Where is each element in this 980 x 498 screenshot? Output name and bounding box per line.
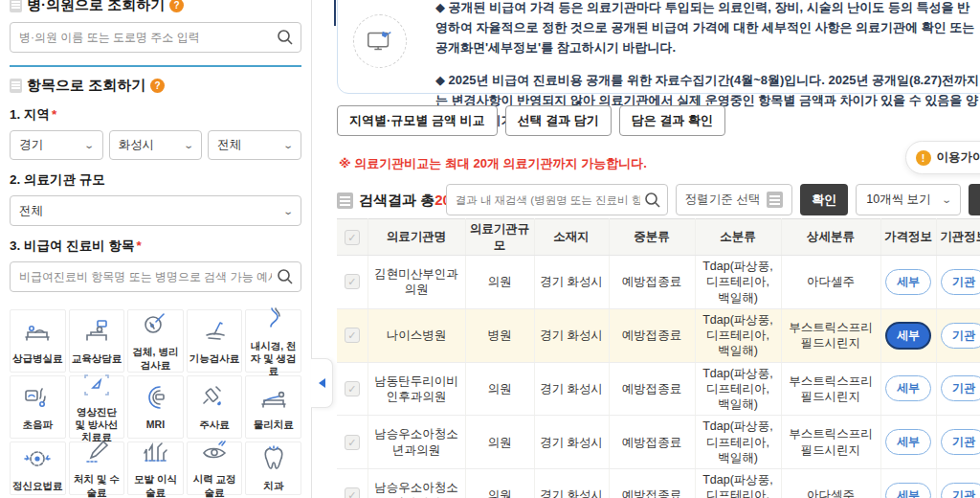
- category-item[interactable]: 영상진단 및 방사선치료료: [69, 375, 125, 439]
- table-row: ✓ 나이스병원 병원 경기 화성시 예방접종료 Tdap(파상풍, 디프테리아,…: [337, 308, 980, 362]
- region-select-district[interactable]: 전체⌄: [208, 130, 301, 160]
- col-mid-category: 중분류: [609, 219, 695, 256]
- price-detail-button[interactable]: 세부: [885, 429, 931, 455]
- select-all-checkbox[interactable]: ✓: [345, 230, 360, 245]
- org-info-button[interactable]: 기관: [941, 269, 980, 295]
- cell-location: 경기 화성시: [534, 416, 609, 469]
- sidebar-collapse-handle[interactable]: [311, 358, 333, 408]
- category-item[interactable]: 내시경, 천자 및 생검료: [245, 309, 301, 373]
- cell-institution-scale: 의원: [465, 362, 534, 416]
- category-item[interactable]: 기능검사료: [187, 309, 243, 373]
- main-content: ◆ 공개된 비급여 가격 등은 의료기관마다 투입되는 의료인력, 장비, 시술…: [337, 0, 980, 498]
- row-checkbox[interactable]: ✓: [345, 487, 360, 498]
- category-item[interactable]: 처치 및 수술료: [69, 441, 125, 495]
- category-item[interactable]: 시력 교정술료: [187, 441, 243, 495]
- category-grid: 상급병실료교육상담료검체, 병리 검사료기능검사료내시경, 천자 및 생검료초음…: [10, 309, 301, 498]
- category-label: 시력 교정술료: [189, 473, 241, 498]
- category-item[interactable]: 모발 이식술료: [127, 441, 184, 495]
- col-sub-category: 소분류: [695, 219, 781, 256]
- cell-detail-category: 부스트릭스프리필드시린지: [781, 362, 880, 416]
- collapse-arrow-icon: [319, 378, 325, 388]
- exclamation-icon: !: [916, 150, 931, 166]
- dental-icon: [259, 444, 288, 477]
- search-icon[interactable]: [277, 268, 294, 285]
- scale-label: 2. 의료기관 규모: [10, 171, 301, 189]
- row-checkbox[interactable]: ✓: [345, 328, 360, 343]
- org-info-button[interactable]: 기관: [941, 323, 980, 349]
- category-label: 교육상담료: [72, 352, 122, 365]
- category-item[interactable]: 검체, 병리 검사료: [127, 309, 184, 373]
- cell-mid-category: 예방접종료: [609, 308, 695, 362]
- category-item[interactable]: 물리치료: [245, 375, 301, 439]
- research-input[interactable]: [446, 184, 668, 215]
- education-counseling-icon: [82, 317, 111, 350]
- category-label: 주사료: [199, 419, 230, 431]
- ultrasound-icon: [23, 383, 52, 416]
- cell-institution-scale: 의원: [465, 416, 534, 469]
- hospital-search-input[interactable]: [10, 22, 301, 53]
- price-detail-button[interactable]: 세부: [885, 375, 931, 401]
- cell-institution-name: 김현미산부인과의원: [368, 256, 465, 309]
- page-size-select[interactable]: 10개씩 보기 ⌄: [856, 184, 961, 215]
- list-icon: [337, 192, 353, 209]
- region-select-city[interactable]: 화성시⌄: [109, 130, 203, 160]
- monitor-announce-icon: [353, 14, 407, 68]
- category-label: 검체, 병리 검사료: [129, 346, 182, 371]
- item-label: 3. 비급여 진료비 항목*: [10, 238, 301, 255]
- region-label: 1. 지역*: [10, 106, 301, 124]
- hospital-search-title: 병·의원으로 조회하기 ?: [10, 0, 301, 14]
- scale-select[interactable]: 전체⌄: [10, 195, 301, 226]
- col-institution-name: 의료기관명: [368, 219, 465, 256]
- bed-icon: [23, 317, 52, 350]
- cell-detail-category: 아다셀주: [781, 469, 880, 498]
- noncovered-fee-portal: 병·의원으로 조회하기 ? 항목으로 조회하기 ? 1. 지역* 경기⌄ 화성시…: [0, 0, 980, 498]
- price-detail-button[interactable]: 세부: [885, 322, 931, 350]
- comparison-limit-warning: ※ 의료기관비교는 최대 20개 의료기관까지 가능합니다.: [339, 155, 647, 172]
- help-icon[interactable]: ?: [150, 79, 165, 93]
- category-item[interactable]: 치과: [245, 441, 301, 495]
- search-icon[interactable]: [644, 192, 661, 209]
- cell-sub-category: Tdap(파상풍, 디프테리아, 백일해): [695, 308, 781, 362]
- surgery-icon: [82, 438, 111, 470]
- cell-institution-scale: 병원: [465, 308, 534, 362]
- sort-confirm-button[interactable]: 확인: [800, 184, 848, 215]
- category-item[interactable]: 정신요법료: [10, 441, 66, 495]
- cell-institution-name: 남동탄두리이비인후과의원: [368, 362, 465, 416]
- notice-box: ◆ 공개된 비급여 가격 등은 의료기관마다 투입되는 의료인력, 장비, 시술…: [337, 0, 980, 94]
- org-info-button[interactable]: 기관: [941, 483, 980, 498]
- org-info-button[interactable]: 기관: [941, 375, 980, 401]
- item-search-title-text: 항목으로 조회하기: [27, 77, 145, 95]
- category-item[interactable]: MRI: [127, 375, 184, 439]
- compare-by-region-button[interactable]: 지역별·규모별 금액 비교: [337, 105, 498, 136]
- row-checkbox[interactable]: ✓: [345, 435, 360, 450]
- sort-criteria-select[interactable]: 정렬기준 선택: [676, 184, 792, 215]
- category-item[interactable]: 초음파: [10, 375, 66, 439]
- row-checkbox[interactable]: ✓: [345, 274, 360, 289]
- view-saved-button[interactable]: 담은 결과 확인: [619, 105, 725, 136]
- specimen-pathology-icon: [141, 310, 169, 343]
- cell-location: 경기 화성시: [534, 362, 609, 416]
- cell-detail-category: 아다셀주: [781, 256, 880, 309]
- price-detail-button[interactable]: 세부: [885, 483, 931, 498]
- page-size-confirm-button[interactable]: 확인: [969, 184, 980, 215]
- radiology-icon: [82, 371, 111, 403]
- cell-sub-category: Tdap(파상풍, 디프테리아, 백일해): [695, 362, 781, 416]
- table-row: ✓ 남승우소아청소년과의원 의원 경기 화성시 예방접종료 Tdap(파상풍, …: [337, 416, 980, 469]
- item-search-input[interactable]: [10, 261, 301, 292]
- org-info-button[interactable]: 기관: [941, 429, 980, 455]
- add-selection-button[interactable]: 선택 결과 담기: [505, 105, 612, 136]
- table-row: ✓ 남승우소아청소년과의원 의원 경기 화성시 예방접종료 Tdap(파상풍, …: [337, 469, 980, 498]
- cell-sub-category: Tdap(파상풍, 디프테리아, 백일해): [695, 416, 781, 469]
- category-item[interactable]: 주사료: [187, 375, 243, 439]
- category-item[interactable]: 상급병실료: [10, 309, 66, 373]
- chevron-down-icon: ⌄: [84, 140, 96, 150]
- row-checkbox[interactable]: ✓: [345, 381, 360, 396]
- category-item[interactable]: 교육상담료: [69, 309, 125, 373]
- price-detail-button[interactable]: 세부: [885, 269, 931, 295]
- help-icon[interactable]: ?: [169, 0, 184, 12]
- category-label: 상급병실료: [12, 352, 63, 365]
- cell-institution-name: 남승우소아청소년과의원: [368, 416, 465, 469]
- usage-guide-button[interactable]: ! 이용가이드: [905, 141, 980, 174]
- search-icon[interactable]: [277, 29, 294, 46]
- region-select-province[interactable]: 경기⌄: [10, 130, 103, 160]
